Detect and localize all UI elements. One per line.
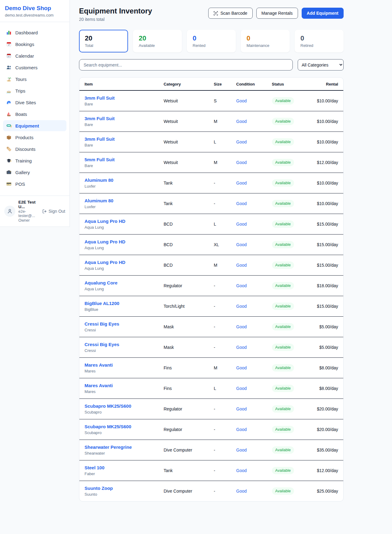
item-name-link[interactable]: Mares Avanti [85,362,113,368]
scan-barcode-button[interactable]: Scan Barcode [208,8,253,19]
user-email: e2e-tester@... [18,209,39,218]
sidebar-item-label: Dashboard [15,30,38,35]
sidebar-item[interactable]: Boats [3,109,66,120]
sidebar-item[interactable]: Products [3,132,66,143]
table-row: Steel 100 Faber Tank - Good Available $1… [79,460,343,481]
sign-out-button[interactable]: Sign Out [42,209,65,214]
condition-link[interactable]: Good [236,365,247,370]
category-select[interactable]: All Categories [298,59,344,71]
title-block: Equipment Inventory 20 items total [79,7,152,22]
condition-link[interactable]: Good [236,468,247,473]
item-name-link[interactable]: Aqualung Core [85,280,118,285]
item-category: BCD [161,255,211,276]
item-name-link[interactable]: Scubapro MK25/S600 [85,424,131,429]
item-name-link[interactable]: Cressi Big Eyes [85,342,119,347]
sidebar-item[interactable]: Trips [3,85,66,96]
condition-link[interactable]: Good [236,201,247,206]
item-brand: Cressi [85,328,159,332]
condition-link[interactable]: Good [236,489,247,494]
brand-title: Demo Dive Shop [5,5,65,12]
item-name-link[interactable]: Shearwater Peregrine [85,444,132,450]
status-badge: Available [272,385,294,392]
status-badge: Available [272,159,294,166]
sidebar-item[interactable]: Discounts [3,143,66,154]
status-badge: Available [272,303,294,310]
condition-link[interactable]: Good [236,386,247,391]
item-category: BCD [161,235,211,255]
item-name-link[interactable]: BigBlue AL1200 [85,301,119,306]
sidebar-item[interactable]: Calendar [3,50,66,61]
sidebar-item[interactable]: Dive Sites [3,97,66,108]
sidebar-item[interactable]: 17 Bookings [3,39,66,50]
status-badge: Available [272,138,294,146]
condition-link[interactable]: Good [236,406,247,411]
stat-label: Maintenance [247,43,284,48]
rental-price: $15.00/day [313,214,343,235]
stat-card[interactable]: 0 Maintenance [241,30,290,52]
condition-link[interactable]: Good [236,283,247,288]
item-size: - [211,481,234,502]
condition-link[interactable]: Good [236,345,247,350]
sidebar-item[interactable]: Dashboard [3,27,66,38]
table-row: 5mm Full Suit Bare Wetsuit M Good Availa… [79,152,343,173]
item-name-link[interactable]: Steel 100 [85,465,104,470]
condition-link[interactable]: Good [236,222,247,227]
item-name-link[interactable]: 3mm Full Suit [85,136,115,142]
condition-link[interactable]: Good [236,119,247,124]
sidebar-item[interactable]: Equipment [3,120,66,131]
condition-link[interactable]: Good [236,304,247,309]
dive-mask-icon [6,123,12,128]
item-name-link[interactable]: Aqua Lung Pro HD [85,239,125,244]
add-equipment-button[interactable]: Add Equipment [302,8,344,19]
search-input[interactable] [79,59,293,71]
rental-price: $10.00/day [313,90,343,111]
condition-link[interactable]: Good [236,139,247,144]
item-name-link[interactable]: 3mm Full Suit [85,116,115,121]
condition-link[interactable]: Good [236,242,247,247]
status-badge: Available [272,261,294,269]
item-name-link[interactable]: Aqua Lung Pro HD [85,219,125,224]
rental-price: $20.00/day [313,399,343,419]
condition-link[interactable]: Good [236,181,247,185]
item-name-link[interactable]: Aluminum 80 [85,177,113,183]
item-name-link[interactable]: Suunto Zoop [85,486,113,491]
item-name-link[interactable]: Aluminum 80 [85,198,113,203]
sidebar-item[interactable]: POS [3,178,66,189]
sidebar-item[interactable]: Gallery [3,167,66,178]
condition-link[interactable]: Good [236,324,247,329]
column-size: Size [211,78,234,90]
condition-link[interactable]: Good [236,263,247,268]
stat-card[interactable]: 20 Total [79,30,128,52]
item-name-link[interactable]: Mares Avanti [85,383,113,388]
item-name-link[interactable]: 5mm Full Suit [85,157,115,162]
item-name-link[interactable]: Aqua Lung Pro HD [85,260,125,265]
stat-card[interactable]: 20 Available [133,30,182,52]
sidebar-item[interactable]: Training [3,155,66,166]
item-name-link[interactable]: Cressi Big Eyes [85,321,119,326]
sidebar-item[interactable]: Tours [3,74,66,85]
stat-card[interactable]: 0 Rented [187,30,236,52]
content: Equipment Inventory 20 items total Scan … [79,7,344,502]
item-category: Tank [161,173,211,193]
status-badge: Available [272,364,294,372]
condition-link[interactable]: Good [236,98,247,103]
item-name-link[interactable]: Scubapro MK25/S600 [85,403,131,409]
table-row: Mares Avanti Mares Fins L Good Available… [79,378,343,399]
item-size: XL [211,235,234,255]
manage-rentals-button[interactable]: Manage Rentals [256,8,298,19]
status-badge: Available [272,344,294,351]
condition-link[interactable]: Good [236,160,247,165]
sailboat-icon [6,111,12,117]
condition-link[interactable]: Good [236,448,247,452]
rental-price: $35.00/day [313,440,343,460]
stat-card[interactable]: 0 Retired [295,30,344,52]
condition-link[interactable]: Good [236,427,247,432]
sidebar-item[interactable]: Customers [3,62,66,73]
table-row: Aqua Lung Pro HD Aqua Lung BCD M Good Av… [79,255,343,276]
item-name-link[interactable]: 3mm Full Suit [85,95,115,101]
person-icon [7,208,13,214]
status-badge: Available [272,487,294,495]
item-size: L [211,378,234,399]
item-category: Torch/Light [161,296,211,317]
page: Demo Dive Shop demo.test.divestreams.com… [0,0,392,534]
